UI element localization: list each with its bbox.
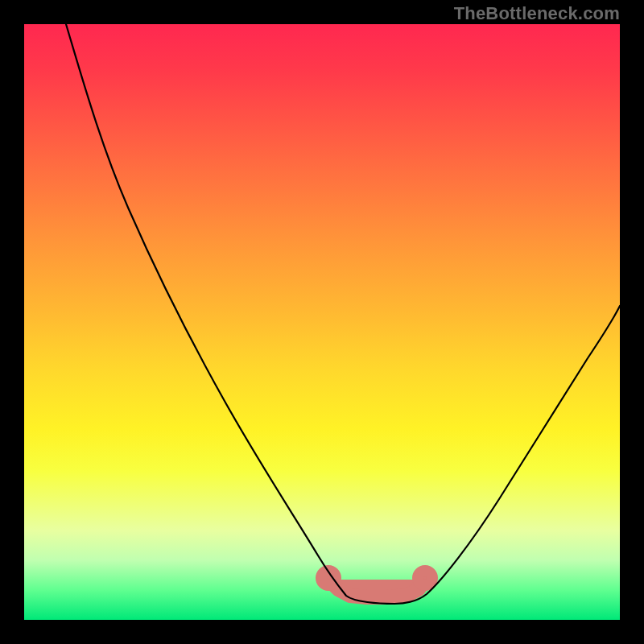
highlight-blob [323,572,431,597]
svg-point-1 [419,572,431,584]
chart-overlay [24,24,620,620]
plot-area [24,24,620,620]
bottleneck-curve [66,24,620,604]
watermark-text: TheBottleneck.com [454,3,620,24]
chart-frame: TheBottleneck.com [0,0,644,644]
